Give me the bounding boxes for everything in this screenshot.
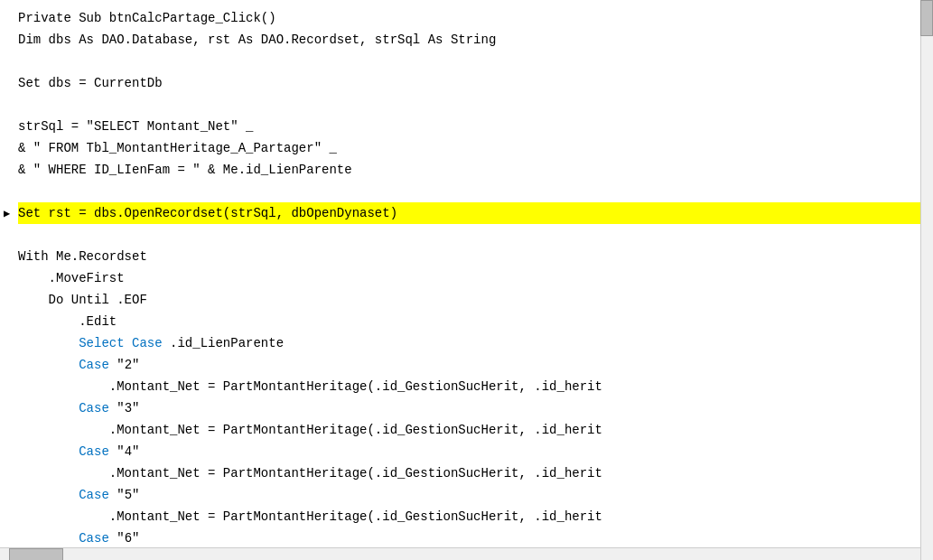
- vertical-scrollbar[interactable]: [920, 0, 933, 560]
- code-line: & " WHERE ID_LIenFam = " & Me.id_LienPar…: [18, 159, 920, 181]
- code-line: Do Until .EOF: [18, 289, 920, 311]
- code-line: Select Case .id_LienParente: [18, 332, 920, 354]
- code-line: Case "5": [18, 484, 920, 506]
- keyword: Case: [79, 488, 109, 502]
- keyword: Case: [79, 444, 109, 459]
- code-line: .Montant_Net = PartMontantHeritage(.id_G…: [18, 506, 920, 527]
- keyword: Select Case: [79, 336, 162, 350]
- code-line: [18, 224, 920, 246]
- vertical-scrollbar-thumb[interactable]: [920, 0, 933, 36]
- code-content[interactable]: Private Sub btnCalcPartage_Click()Dim db…: [0, 0, 920, 547]
- code-line: strSql = "SELECT Montant_Net" _: [18, 116, 920, 137]
- horizontal-scrollbar[interactable]: [0, 547, 920, 560]
- code-line: Private Sub btnCalcPartage_Click(): [18, 7, 920, 29]
- debug-arrow-icon: ▶: [4, 207, 10, 220]
- code-line: .Edit: [18, 311, 920, 332]
- horizontal-scrollbar-thumb[interactable]: [9, 548, 63, 560]
- code-line: .MoveFirst: [18, 267, 920, 289]
- code-line: Case "4": [18, 441, 920, 462]
- code-line: [18, 51, 920, 72]
- code-editor: Private Sub btnCalcPartage_Click()Dim db…: [0, 0, 933, 560]
- code-line: Case "3": [18, 397, 920, 419]
- code-line: .Montant_Net = PartMontantHeritage(.id_G…: [18, 376, 920, 397]
- code-line: .Montant_Net = PartMontantHeritage(.id_G…: [18, 419, 920, 441]
- code-line: ▶Set rst = dbs.OpenRecordset(strSql, dbO…: [18, 202, 920, 224]
- code-line: .Montant_Net = PartMontantHeritage(.id_G…: [18, 462, 920, 484]
- code-line: [18, 181, 920, 202]
- keyword: Case: [79, 531, 109, 546]
- code-line: & " FROM Tbl_MontantHeritage_A_Partager"…: [18, 137, 920, 159]
- code-line: With Me.Recordset: [18, 246, 920, 267]
- keyword: Case: [79, 401, 109, 415]
- code-line: Set dbs = CurrentDb: [18, 72, 920, 94]
- code-line: Case "2": [18, 354, 920, 376]
- keyword: Case: [79, 358, 109, 372]
- code-line: Dim dbs As DAO.Database, rst As DAO.Reco…: [18, 29, 920, 51]
- highlighted-code: Set rst = dbs.OpenRecordset(strSql, dbOp…: [18, 206, 397, 220]
- code-line: [18, 94, 920, 116]
- code-line: Case "6": [18, 527, 920, 547]
